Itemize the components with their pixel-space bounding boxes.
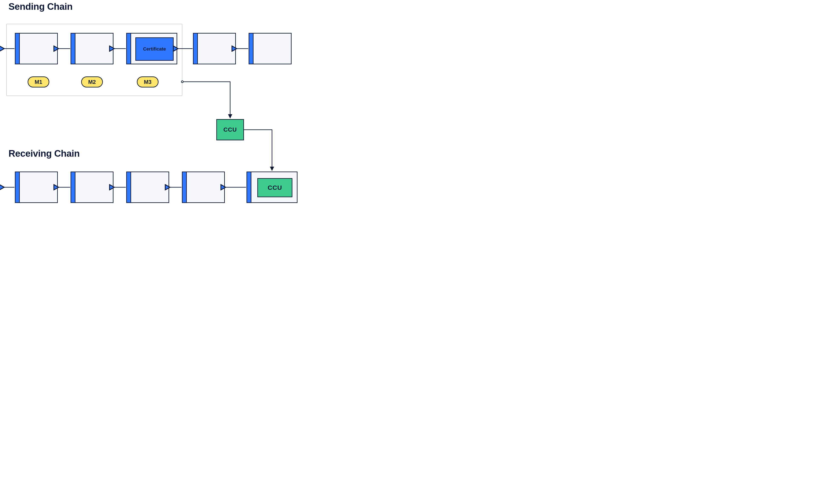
block-stripe-icon	[182, 172, 187, 202]
receiving-block-2	[70, 172, 113, 203]
sending-chain-heading: Sending Chain	[8, 1, 73, 12]
message-pill-m2: M2	[81, 76, 103, 87]
block-stripe-icon	[127, 172, 131, 202]
connection-dot-icon	[181, 80, 183, 83]
receiving-chain-heading: Receiving Chain	[8, 148, 80, 159]
receiving-block-1	[15, 172, 58, 203]
block-stripe-icon	[15, 172, 20, 202]
message-pill-m1: M1	[28, 76, 49, 87]
block-stripe-icon	[193, 34, 198, 64]
receiving-block-4	[182, 172, 225, 203]
block-stripe-icon	[71, 172, 75, 202]
block-stripe-icon	[15, 34, 20, 64]
block-stripe-icon	[249, 34, 254, 64]
block-stripe-icon	[247, 172, 252, 202]
message-pill-m3: M3	[137, 76, 158, 87]
ccu-inner-box: CCU	[257, 178, 292, 197]
diagram-canvas: Sending Chain Certificate M1 M2 M3 CCU R…	[0, 0, 331, 204]
sending-block-2	[70, 33, 113, 64]
receiving-block-3	[126, 172, 169, 203]
sending-block-3: Certificate	[126, 33, 177, 64]
sending-block-4	[193, 33, 236, 64]
block-stripe-icon	[71, 34, 75, 64]
ccu-box: CCU	[216, 119, 244, 140]
receiving-block-5: CCU	[247, 172, 298, 203]
sending-block-5	[249, 33, 292, 64]
sending-block-1	[15, 33, 58, 64]
certificate-box: Certificate	[135, 37, 173, 61]
block-stripe-icon	[127, 34, 131, 64]
